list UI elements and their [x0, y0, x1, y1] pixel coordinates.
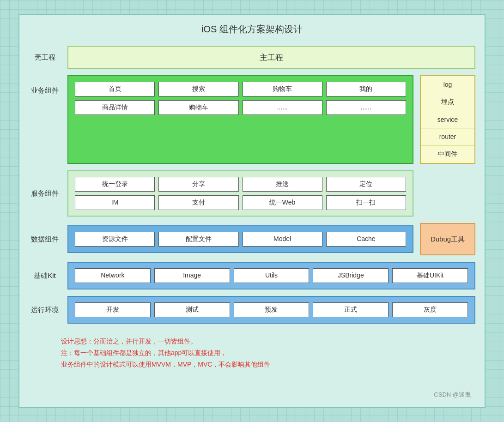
- side-item-router: router: [421, 128, 474, 145]
- main-container: iOS 组件化方案架构设计 壳工程 主工程 业务组件 首页 搜索 购物车 我的 …: [18, 14, 486, 408]
- kit-item-2: Utils: [234, 268, 310, 283]
- runtime-label: 运行环境: [29, 306, 61, 314]
- runtime-box: 开发 测试 预发 正式 灰度: [67, 296, 475, 324]
- business-item-7: ......: [326, 100, 406, 115]
- service-item-4: IM: [75, 195, 155, 210]
- service-row: 服务组件 统一登录 分享 推送 定位 IM 支付 统一Web 扫一扫: [29, 170, 475, 217]
- runtime-item-4: 灰度: [392, 302, 468, 317]
- data-label: 数据组件: [29, 235, 61, 244]
- business-item-0: 首页: [75, 82, 155, 96]
- data-grid: 资源文件 配置文件 Model Cache: [75, 232, 406, 247]
- kit-item-1: Image: [154, 268, 230, 283]
- service-item-2: 推送: [243, 177, 322, 192]
- service-item-5: 支付: [158, 195, 238, 210]
- business-box: 首页 搜索 购物车 我的 商品详情 购物车 ...... ......: [67, 75, 413, 164]
- service-item-3: 定位: [326, 177, 406, 192]
- business-grid-row2: 商品详情 购物车 ...... ......: [75, 100, 406, 115]
- kit-item-3: JSBridge: [313, 268, 389, 283]
- business-row: 业务组件 首页 搜索 购物车 我的 商品详情 购物车 ...... ......…: [29, 75, 475, 164]
- runtime-item-0: 开发: [75, 302, 151, 317]
- runtime-row: 运行环境 开发 测试 预发 正式 灰度: [29, 296, 475, 324]
- footer-text: 设计思想：分而治之，并行开发，一切皆组件。 注：每一个基础组件都是独立的，其他a…: [19, 328, 485, 375]
- kit-item-4: 基础UIKit: [392, 268, 468, 283]
- footer-line3: 业务组件中的设计模式可以使用MVVM，MVP，MVC，不会影响其他组件: [61, 359, 443, 370]
- business-item-2: 购物车: [243, 82, 322, 96]
- side-item-service: service: [421, 111, 474, 128]
- shell-label: 壳工程: [29, 53, 61, 62]
- business-label: 业务组件: [29, 75, 61, 164]
- kit-label: 基础Kit: [29, 271, 61, 280]
- service-item-6: 统一Web: [243, 195, 322, 210]
- kit-box: Network Image Utils JSBridge 基础UIKit: [67, 262, 475, 289]
- data-box: 资源文件 配置文件 Model Cache: [67, 225, 413, 253]
- business-item-5: 购物车: [158, 100, 238, 115]
- data-item-0: 资源文件: [75, 232, 155, 247]
- content-area: 壳工程 主工程 业务组件 首页 搜索 购物车 我的 商品详情 购物车 .....…: [19, 41, 485, 328]
- side-item-log: log: [421, 76, 474, 93]
- service-grid-row2: IM 支付 统一Web 扫一扫: [75, 195, 406, 210]
- business-item-3: 我的: [326, 82, 406, 96]
- kit-row: 基础Kit Network Image Utils JSBridge 基础UIK…: [29, 262, 475, 289]
- shell-content: 主工程: [260, 52, 283, 63]
- service-item-1: 分享: [158, 177, 238, 192]
- page-title: iOS 组件化方案架构设计: [19, 15, 485, 41]
- service-item-7: 扫一扫: [326, 195, 406, 210]
- data-item-2: Model: [243, 232, 322, 247]
- business-grid-row1: 首页 搜索 购物车 我的: [75, 82, 406, 96]
- shell-row: 壳工程 主工程: [29, 46, 475, 69]
- side-item-track: 埋点: [421, 93, 474, 111]
- service-box: 统一登录 分享 推送 定位 IM 支付 统一Web 扫一扫: [67, 170, 413, 217]
- data-row: 数据组件 资源文件 配置文件 Model Cache Dubug工具: [29, 223, 475, 255]
- watermark: CSDN @迷曳: [434, 391, 471, 399]
- debug-panel: Dubug工具: [420, 223, 475, 255]
- kit-grid: Network Image Utils JSBridge 基础UIKit: [75, 268, 468, 283]
- data-item-1: 配置文件: [158, 232, 238, 247]
- footer-line1: 设计思想：分而治之，并行开发，一切皆组件。: [61, 336, 443, 347]
- runtime-item-2: 预发: [234, 302, 310, 317]
- shell-box: 主工程: [67, 46, 475, 69]
- service-label: 服务组件: [29, 189, 61, 198]
- debug-label: Dubug工具: [431, 235, 465, 244]
- footer-line2: 注：每一个基础组件都是独立的，其他app可以直接使用，: [61, 347, 443, 359]
- data-item-3: Cache: [326, 232, 406, 247]
- kit-item-0: Network: [75, 268, 151, 283]
- business-item-4: 商品详情: [75, 100, 155, 115]
- service-grid-row1: 统一登录 分享 推送 定位: [75, 177, 406, 192]
- side-item-middleware: 中间件: [421, 145, 474, 163]
- service-item-0: 统一登录: [75, 177, 155, 192]
- side-panel: log 埋点 service router 中间件: [420, 75, 475, 164]
- business-item-1: 搜索: [158, 82, 238, 96]
- runtime-item-1: 测试: [154, 302, 230, 317]
- runtime-item-3: 正式: [313, 302, 389, 317]
- runtime-grid: 开发 测试 预发 正式 灰度: [75, 302, 468, 317]
- business-item-6: ......: [243, 100, 322, 115]
